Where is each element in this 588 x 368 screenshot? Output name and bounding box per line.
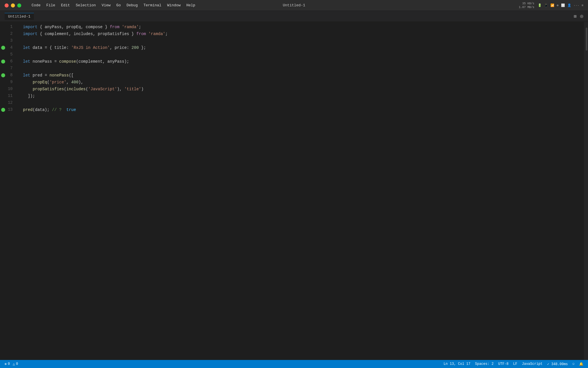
- menu-edit[interactable]: Edit: [59, 2, 72, 9]
- notification-icon[interactable]: 🔔: [579, 362, 583, 366]
- line-9: 9: [0, 79, 17, 86]
- warning-icon: △: [13, 362, 15, 366]
- statusbar-right: Ln 13, Col 17 Spaces: 2 UTF-8 LF JavaScr…: [444, 362, 583, 366]
- encoding[interactable]: UTF-8: [498, 362, 508, 366]
- code-text: { anyPass, propEq, compose }: [37, 24, 110, 30]
- keyword-let-6: let: [23, 58, 30, 65]
- code-text: (: [64, 86, 66, 93]
- menu-debug[interactable]: Debug: [124, 2, 140, 9]
- smiley-icon[interactable]: ☺: [572, 362, 575, 366]
- code-line-8: let pred = nonePass ([: [23, 72, 584, 79]
- keyword-let-8: let: [23, 72, 30, 79]
- fn-nonepass: nonePass: [49, 72, 69, 79]
- code-text: ;: [165, 30, 168, 37]
- more-icon: ···: [574, 4, 579, 7]
- breakpoint-4[interactable]: [1, 46, 5, 50]
- line-8: 8: [0, 72, 17, 79]
- menu-selection[interactable]: Selection: [74, 2, 98, 9]
- breakpoint-13[interactable]: [1, 108, 5, 112]
- keyword-let-4: let: [23, 44, 30, 51]
- menu-go[interactable]: Go: [114, 2, 123, 9]
- more-actions-icon[interactable]: [580, 15, 583, 18]
- language-mode[interactable]: JavaScript: [522, 362, 543, 366]
- window-title: Untitled-1: [283, 3, 305, 7]
- line-1: 1: [0, 24, 17, 30]
- comment-q: // ?: [52, 106, 66, 113]
- minimize-button[interactable]: [11, 3, 15, 7]
- code-text: , propSatisfies }: [93, 30, 136, 37]
- code-line-9: propEq ( 'price' , 400 ),: [23, 79, 584, 86]
- number-400: 400: [71, 79, 78, 86]
- code-text: includes: [74, 30, 93, 37]
- line-5: 5: [0, 51, 17, 58]
- code-text: [119, 24, 122, 30]
- code-text: (: [47, 79, 49, 86]
- line-numbers: 1 2 3 4 5 6 7 8 9 10 11 12 13: [0, 22, 17, 360]
- breakpoint-6[interactable]: [1, 60, 5, 64]
- split-editor-icon[interactable]: ⊞: [574, 14, 577, 19]
- code-text: nonePass =: [30, 58, 59, 65]
- code-indent: [23, 79, 28, 86]
- keyword-from-1: from: [110, 24, 119, 30]
- code-line-5: [23, 51, 584, 58]
- cursor-position[interactable]: Ln 13, Col 17: [444, 362, 471, 366]
- block-icon: ⊗: [557, 3, 559, 7]
- scrollbar-thumb[interactable]: [586, 28, 587, 51]
- status-icons: 🔋 📱 📶 ⊗ ⬜ 👤 ··· ≡: [538, 3, 583, 7]
- menu-terminal[interactable]: Terminal: [141, 2, 164, 9]
- code-text: [146, 30, 148, 37]
- code-text: (: [86, 86, 88, 93]
- string-javascript: 'JavaScript': [88, 86, 117, 93]
- code-text: pred =: [30, 72, 49, 79]
- warning-number: 0: [16, 362, 18, 366]
- line-7: 7: [0, 65, 17, 72]
- code-indent: [23, 86, 28, 93]
- line-4: 4: [0, 44, 17, 51]
- code-line-3: [23, 37, 584, 44]
- menu-file[interactable]: File: [44, 2, 57, 9]
- battery-icon: 🔋: [538, 3, 542, 7]
- code-text: };: [139, 44, 146, 51]
- line-6: 6: [0, 58, 17, 65]
- code-line-6: let nonePass = compose (complement, anyP…: [23, 58, 584, 65]
- error-number: 0: [8, 362, 10, 366]
- upload-speed: 35 KB/s: [522, 2, 534, 5]
- number-200: 200: [131, 44, 139, 51]
- line-3: 3: [0, 37, 17, 44]
- code-text: ,: [66, 79, 71, 86]
- code-text: ): [141, 86, 144, 93]
- menu-view[interactable]: View: [99, 2, 113, 9]
- code-editor[interactable]: import { anyPass, propEq, compose } from…: [17, 22, 584, 360]
- keyword-import-1: import: [23, 24, 37, 30]
- code-text: (data);: [33, 106, 52, 113]
- editor-tab[interactable]: Untitled-1: [5, 13, 34, 20]
- string-price: 'price': [49, 79, 66, 86]
- tab-actions: ⊞: [574, 14, 583, 19]
- code-text: ;: [139, 24, 141, 30]
- menu-help[interactable]: Help: [184, 2, 198, 9]
- code-text: { complement,: [37, 30, 74, 37]
- code-line-13: pred (data); // ? true: [23, 106, 584, 113]
- code-line-1: import { anyPass, propEq, compose } from…: [23, 24, 584, 30]
- scrollbar[interactable]: [584, 22, 588, 360]
- fn-propeq: propEq: [33, 79, 47, 86]
- maximize-button[interactable]: [17, 3, 21, 7]
- titlebar-right: 35 KB/s 1.07 MB/s 🔋 📱 📶 ⊗ ⬜ 👤 ··· ≡: [294, 2, 583, 9]
- error-count[interactable]: ⊗ 0 △ 0: [5, 362, 18, 366]
- error-icon: ⊗: [5, 362, 7, 366]
- string-title-prop: 'title': [124, 86, 141, 93]
- string-ramda-1: 'ramda': [122, 24, 139, 30]
- string-ramda-2: 'ramda': [148, 30, 165, 37]
- fn-propsatisfies: propSatisfies: [33, 86, 64, 93]
- breakpoint-8[interactable]: [1, 73, 5, 77]
- close-button[interactable]: [5, 3, 9, 7]
- menu-code[interactable]: Code: [29, 2, 43, 9]
- line-12: 12: [0, 99, 17, 106]
- menu-window[interactable]: Window: [165, 2, 183, 9]
- titlebar-left: Code File Edit Selection View Go Debug T…: [5, 2, 294, 9]
- traffic-lights: [5, 3, 21, 7]
- download-speed: 1.07 MB/s: [519, 5, 534, 9]
- line-10: 10: [0, 86, 17, 93]
- indentation[interactable]: Spaces: 2: [475, 362, 494, 366]
- eol[interactable]: LF: [513, 362, 517, 366]
